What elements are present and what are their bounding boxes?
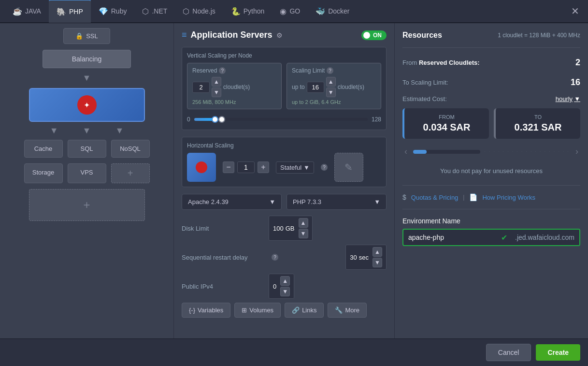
tab-net-label: .NET bbox=[152, 7, 167, 15]
divider-1 bbox=[402, 47, 580, 48]
stateful-select[interactable]: Stateful ▼ bbox=[276, 161, 314, 174]
disk-decrement[interactable]: ▼ bbox=[299, 229, 308, 238]
reserved-decrement[interactable]: ▼ bbox=[212, 88, 221, 97]
toggle-button[interactable]: ON bbox=[361, 30, 387, 40]
tab-net[interactable]: ⬡ .NET bbox=[134, 0, 175, 23]
divider-3 bbox=[402, 209, 580, 209]
php-label: PHP 7.3.3 bbox=[293, 198, 321, 205]
estimated-cost-row: Estimated Cost: hourly ▼ bbox=[402, 95, 580, 102]
env-name-row: ✔ .jed.wafaicloud.com bbox=[402, 229, 580, 246]
server-node[interactable] bbox=[29, 88, 145, 122]
main-content: 🔒 SSL Balancing ▼ ▼ ▼ ▼ Cache SQL bbox=[0, 23, 588, 338]
links-icon: 🔗 bbox=[292, 307, 300, 314]
vertical-scaling-section: Vertical Scaling per Node Reserved ? ▲ ▼ bbox=[182, 47, 387, 130]
tab-php[interactable]: 🐘 PHP bbox=[49, 0, 91, 23]
scaling-decrement[interactable]: ▼ bbox=[326, 88, 336, 97]
count-increment[interactable]: + bbox=[258, 161, 269, 173]
tab-python[interactable]: 🐍 Python bbox=[223, 0, 272, 23]
resources-title: Resources bbox=[402, 31, 442, 40]
right-panel: Resources 1 cloudlet = 128 MiB + 400 MHz… bbox=[395, 23, 588, 338]
prev-arrow[interactable]: ‹ bbox=[402, 145, 409, 159]
tab-docker-label: Docker bbox=[328, 7, 349, 15]
tab-docker[interactable]: 🐳 Docker bbox=[308, 0, 357, 23]
nodejs-icon: ⬡ bbox=[183, 7, 189, 16]
cancel-button[interactable]: Cancel bbox=[486, 344, 531, 361]
delay-increment[interactable]: ▲ bbox=[373, 247, 382, 257]
balancing-button[interactable]: Balancing bbox=[43, 50, 131, 68]
server-thumb-icon bbox=[196, 161, 207, 173]
env-name-title: Environment Name bbox=[402, 217, 580, 225]
disk-increment[interactable]: ▲ bbox=[299, 218, 308, 228]
cache-button[interactable]: Cache bbox=[24, 140, 63, 158]
scaling-limit-spinner: up to ▲ ▼ cloudlet(s) bbox=[292, 77, 376, 97]
close-button[interactable]: ✕ bbox=[567, 3, 583, 19]
arrows-row: ▼ ▼ ▼ bbox=[50, 126, 124, 136]
disk-limit-num: 100 bbox=[273, 225, 284, 232]
count-input[interactable] bbox=[237, 161, 255, 173]
from-cloudlets-label: From Reserved Cloudlets: bbox=[402, 59, 480, 66]
links-row: $ Quotas & Pricing | 📄 How Pricing Works bbox=[402, 193, 580, 201]
tab-go[interactable]: ◉ GO bbox=[272, 0, 308, 23]
toggle-label: ON bbox=[373, 32, 382, 39]
docker-icon: 🐳 bbox=[316, 7, 325, 16]
progress-dots: · · · · · · · · · · · · · · · · · · · bbox=[484, 149, 570, 154]
public-ipv4-row: Public IPv4 0 ▲ ▼ bbox=[182, 274, 387, 299]
reserved-increment[interactable]: ▲ bbox=[212, 77, 221, 87]
apache-dropdown[interactable]: Apache 2.4.39 ▼ bbox=[182, 194, 282, 210]
php-icon: 🐘 bbox=[57, 7, 66, 16]
apache-label: Apache 2.4.39 bbox=[188, 198, 229, 205]
slider-thumb-reserved[interactable] bbox=[212, 116, 218, 123]
stateful-help-icon[interactable]: ? bbox=[321, 164, 328, 171]
storage-button[interactable]: Storage bbox=[24, 163, 63, 183]
ssl-button[interactable]: 🔒 SSL bbox=[63, 28, 110, 44]
more-button[interactable]: 🔧 More bbox=[328, 303, 367, 318]
divider-2 bbox=[402, 185, 580, 186]
hourly-button[interactable]: hourly ▼ bbox=[556, 95, 580, 102]
quotas-link[interactable]: Quotas & Pricing bbox=[411, 194, 459, 201]
add-layer-button[interactable]: + bbox=[29, 189, 145, 221]
slider-track[interactable] bbox=[194, 118, 368, 121]
ssl-icon: 🔒 bbox=[75, 32, 83, 40]
scaling-increment[interactable]: ▲ bbox=[326, 77, 336, 87]
tab-java[interactable]: ☕ JAVA bbox=[5, 0, 49, 23]
links-button[interactable]: 🔗 Links bbox=[285, 303, 324, 318]
vps-label: VPS bbox=[80, 169, 93, 176]
count-decrement[interactable]: − bbox=[223, 161, 234, 173]
slider-thumb-limit[interactable] bbox=[218, 116, 225, 123]
ipv4-increment[interactable]: ▲ bbox=[280, 276, 290, 286]
volumes-label: Volumes bbox=[249, 307, 273, 314]
nosql-button[interactable]: NoSQL bbox=[111, 140, 150, 158]
next-arrow[interactable]: › bbox=[574, 145, 580, 159]
dollar-icon: $ bbox=[402, 193, 406, 201]
disk-limit-value: 100 GB ▲ ▼ bbox=[269, 216, 313, 241]
restart-delay-value: 30 sec ▲ ▼ bbox=[345, 245, 387, 270]
vps-button[interactable]: VPS bbox=[68, 163, 106, 183]
progress-area: ‹ · · · · · · · · · · · · · · · · · · · … bbox=[402, 145, 580, 159]
scaling-limit-box: Scaling Limit ? up to ▲ ▼ cloudlet(s) bbox=[287, 63, 381, 109]
php-dropdown[interactable]: PHP 7.3.3 ▼ bbox=[287, 194, 387, 210]
reserved-input[interactable] bbox=[192, 82, 210, 93]
vertical-scaling-label: Vertical Scaling per Node bbox=[187, 52, 381, 59]
variables-button[interactable]: {-} Variables bbox=[182, 303, 230, 318]
settings-icon[interactable]: ⚙ bbox=[276, 31, 283, 39]
how-pricing-link[interactable]: How Pricing Works bbox=[482, 194, 535, 201]
ipv4-decrement[interactable]: ▼ bbox=[280, 287, 290, 296]
env-name-input[interactable] bbox=[403, 230, 498, 245]
restart-help-icon[interactable]: ? bbox=[272, 254, 278, 261]
version-dropdowns: Apache 2.4.39 ▼ PHP 7.3.3 ▼ bbox=[182, 194, 387, 210]
arrow-center-icon: ▼ bbox=[83, 126, 91, 136]
tab-ruby[interactable]: 💎 Ruby bbox=[91, 0, 135, 23]
tab-nodejs[interactable]: ⬡ Node.js bbox=[175, 0, 223, 23]
scaling-limit-help-icon[interactable]: ? bbox=[327, 67, 333, 74]
reserved-help-icon[interactable]: ? bbox=[219, 67, 226, 74]
restart-delay-unit: sec bbox=[359, 254, 369, 261]
create-button[interactable]: Create bbox=[536, 344, 580, 361]
volumes-button[interactable]: ⊞ Volumes bbox=[234, 303, 281, 318]
sql-button[interactable]: SQL bbox=[68, 140, 106, 158]
delay-decrement[interactable]: ▼ bbox=[373, 258, 382, 267]
progress-fill bbox=[413, 150, 427, 154]
add-node-button[interactable]: + bbox=[111, 163, 150, 183]
scaling-limit-input[interactable] bbox=[307, 82, 324, 93]
python-icon: 🐍 bbox=[231, 7, 241, 16]
reserved-info: 256 MiB, 800 MHz bbox=[192, 99, 276, 105]
